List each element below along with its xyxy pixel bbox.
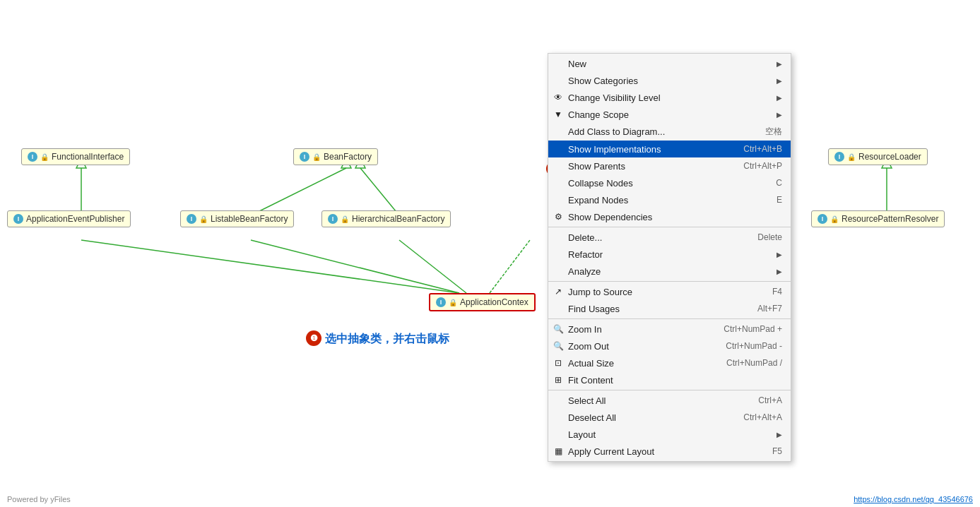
submenu-arrow: ▶ (777, 431, 782, 439)
node-label: ResourcePatternResolver (842, 214, 938, 224)
menu-item-jump-to-source[interactable]: ↗ Jump to Source F4 (548, 283, 791, 300)
menu-item-add-class-label: Add Class to Diagram... (568, 126, 751, 137)
menu-item-refactor-label: Refactor (568, 249, 777, 260)
menu-item-show-parents[interactable]: Show Parents Ctrl+Alt+P (548, 157, 791, 174)
node-icon: I (817, 214, 827, 224)
zoom-out-icon: 🔍 (553, 341, 564, 351)
svg-line-7 (251, 240, 459, 293)
menu-item-fit-content[interactable]: ⊞ Fit Content (548, 371, 791, 388)
submenu-arrow: ▶ (777, 77, 782, 85)
node-resource-loader[interactable]: I 🔒 ResourceLoader (828, 148, 928, 165)
actual-size-icon: ⊡ (553, 358, 564, 368)
menu-item-find-usages[interactable]: Find Usages Alt+F7 (548, 300, 791, 317)
node-icon: I (187, 214, 196, 224)
menu-item-add-class-shortcut: 空格 (765, 126, 782, 138)
menu-item-select-all-shortcut: Ctrl+A (758, 395, 782, 405)
menu-item-collapse-nodes-label: Collapse Nodes (568, 178, 762, 189)
node-icon: I (300, 152, 309, 162)
menu-item-delete-label: Delete... (568, 232, 743, 243)
menu-divider-4 (548, 390, 791, 390)
menu-item-apply-current-layout-label: Apply Current Layout (568, 446, 758, 457)
menu-item-show-implementations[interactable]: Show Implementations Ctrl+Alt+B (548, 141, 791, 157)
node-lock-icon: 🔒 (847, 153, 856, 161)
submenu-arrow: ▶ (777, 60, 782, 68)
menu-item-refactor[interactable]: Refactor ▶ (548, 246, 791, 263)
zoom-in-icon: 🔍 (553, 324, 564, 334)
menu-item-show-dependencies[interactable]: ⚙ Show Dependencies (548, 208, 791, 225)
node-resource-pattern-resolver[interactable]: I 🔒 ResourcePatternResolver (811, 210, 945, 227)
menu-item-apply-current-layout-shortcut: F5 (772, 446, 782, 456)
menu-item-zoom-in[interactable]: 🔍 Zoom In Ctrl+NumPad + (548, 321, 791, 338)
menu-item-analyze[interactable]: Analyze ▶ (548, 263, 791, 280)
menu-item-deselect-all[interactable]: Deselect All Ctrl+Alt+A (548, 409, 791, 426)
node-lock-icon: 🔒 (312, 153, 321, 161)
arrows-svg (0, 0, 980, 507)
node-label: ResourceLoader (858, 152, 921, 162)
node-label: ApplicationContex (460, 297, 529, 307)
node-application-context[interactable]: I 🔒 ApplicationContex (429, 293, 536, 311)
annotation-text: 选中抽象类，并右击鼠标 (325, 332, 449, 347)
menu-item-expand-nodes-shortcut: E (777, 195, 782, 205)
menu-item-actual-size-label: Actual Size (568, 358, 712, 369)
menu-item-change-visibility-label: Change Visibility Level (568, 93, 777, 103)
menu-item-show-categories[interactable]: Show Categories ▶ (548, 72, 791, 89)
footer-right: https://blog.csdn.net/qq_43546676 (854, 495, 973, 503)
menu-divider-1 (548, 227, 791, 227)
jump-icon: ↗ (553, 287, 564, 297)
menu-item-apply-current-layout[interactable]: ▦ Apply Current Layout F5 (548, 443, 791, 460)
menu-item-collapse-nodes-shortcut: C (776, 178, 782, 188)
menu-item-new[interactable]: New ▶ (548, 55, 791, 72)
menu-item-find-usages-shortcut: Alt+F7 (757, 304, 782, 314)
node-lock-icon: 🔒 (40, 153, 49, 161)
node-listable-bean-factory[interactable]: I 🔒 ListableBeanFactory (180, 210, 294, 227)
menu-item-expand-nodes[interactable]: Expand Nodes E (548, 191, 791, 208)
menu-item-delete-shortcut: Delete (757, 232, 782, 242)
menu-item-change-visibility-level[interactable]: 👁 Change Visibility Level ▶ (548, 89, 791, 106)
node-label: BeanFactory (324, 152, 372, 162)
menu-item-show-parents-shortcut: Ctrl+Alt+P (743, 161, 782, 171)
menu-item-select-all-label: Select All (568, 395, 744, 406)
node-functional-interface[interactable]: I 🔒 FunctionalInterface (21, 148, 130, 165)
node-label: ListableBeanFactory (211, 214, 288, 224)
node-lock-icon: 🔒 (199, 215, 208, 223)
node-icon: I (28, 152, 37, 162)
node-icon: I (436, 297, 446, 307)
menu-item-layout[interactable]: Layout ▶ (548, 426, 791, 443)
menu-item-analyze-label: Analyze (568, 266, 777, 277)
menu-item-jump-to-source-shortcut: F4 (772, 287, 782, 297)
menu-divider-2 (548, 281, 791, 282)
menu-item-collapse-nodes[interactable]: Collapse Nodes C (548, 174, 791, 191)
svg-line-4 (360, 168, 399, 215)
menu-item-expand-nodes-label: Expand Nodes (568, 195, 762, 205)
node-hierarchical-bean-factory[interactable]: I 🔒 HierarchicalBeanFactory (321, 210, 451, 227)
context-menu: New ▶ Show Categories ▶ 👁 Change Visibil… (548, 53, 791, 462)
submenu-arrow: ▶ (777, 111, 782, 119)
node-icon: I (834, 152, 844, 162)
diagram-canvas: I 🔒 FunctionalInterface I 🔒 BeanFactory … (0, 0, 980, 507)
menu-item-add-class[interactable]: Add Class to Diagram... 空格 (548, 123, 791, 141)
menu-item-show-parents-label: Show Parents (568, 161, 729, 172)
menu-item-select-all[interactable]: Select All Ctrl+A (548, 392, 791, 409)
footer-left: Powered by yFiles (7, 495, 71, 503)
node-application-event-publisher[interactable]: I ApplicationEventPublisher (7, 210, 131, 227)
menu-item-change-scope-label: Change Scope (568, 109, 777, 120)
submenu-arrow: ▶ (777, 268, 782, 275)
menu-item-deselect-all-label: Deselect All (568, 412, 729, 423)
menu-item-show-implementations-shortcut: Ctrl+Alt+B (743, 144, 782, 154)
dependencies-icon: ⚙ (553, 212, 564, 222)
menu-item-actual-size[interactable]: ⊡ Actual Size Ctrl+NumPad / (548, 354, 791, 371)
menu-item-zoom-in-shortcut: Ctrl+NumPad + (724, 324, 782, 334)
svg-line-11 (490, 240, 530, 293)
menu-item-zoom-out[interactable]: 🔍 Zoom Out Ctrl+NumPad - (548, 338, 791, 354)
menu-item-show-dependencies-label: Show Dependencies (568, 212, 782, 222)
node-label: ApplicationEventPublisher (26, 214, 124, 224)
node-lock-icon: 🔒 (341, 215, 349, 223)
menu-item-change-scope[interactable]: ▼ Change Scope ▶ (548, 106, 791, 123)
node-bean-factory[interactable]: I 🔒 BeanFactory (293, 148, 378, 165)
menu-item-new-label: New (568, 59, 777, 69)
menu-divider-3 (548, 318, 791, 319)
menu-item-delete[interactable]: Delete... Delete (548, 229, 791, 246)
node-icon: I (328, 214, 338, 224)
menu-item-layout-label: Layout (568, 429, 777, 440)
menu-item-show-categories-label: Show Categories (568, 76, 777, 86)
